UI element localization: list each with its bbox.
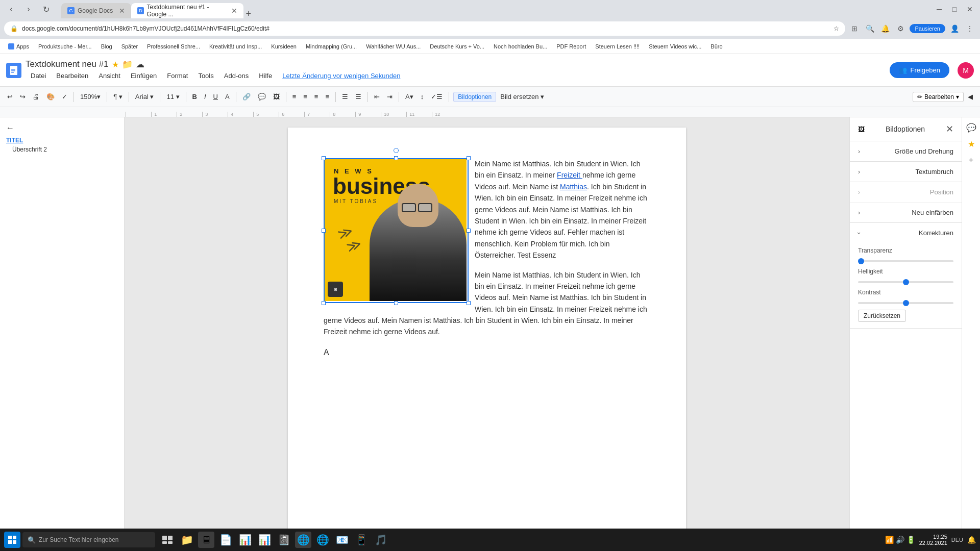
forward-button[interactable]: ›	[21, 2, 36, 16]
redo-button[interactable]: ↪	[17, 90, 29, 104]
bookmark-wahlfaecher[interactable]: Wahlfächer WU Aus...	[362, 42, 425, 51]
numbered-list-button[interactable]: ☰	[339, 90, 351, 104]
bookmark-pdf[interactable]: PDF Report	[552, 42, 590, 51]
line-spacing-button[interactable]: ↕	[418, 90, 427, 104]
taskbar-app-word[interactable]: 📄	[217, 532, 234, 548]
bookmark-deutsche[interactable]: Deutsche Kurs + Vo...	[426, 42, 488, 51]
maximize-button[interactable]: □	[948, 3, 961, 15]
sidebar-title-item[interactable]: TITEL	[6, 137, 118, 144]
document-image[interactable]: N E W S business MIT TOBIAS ≫ ≫	[324, 158, 469, 303]
resize-handle-tl[interactable]	[322, 156, 326, 160]
link-button[interactable]: 🔗	[239, 90, 254, 104]
taskbar-app-onenote[interactable]: 📓	[276, 532, 292, 548]
resize-handle-bl[interactable]	[322, 301, 326, 305]
new-tab-button[interactable]: +	[246, 9, 251, 18]
zoom-selector[interactable]: 150% ▾	[77, 90, 104, 104]
last-edit-text[interactable]: Letzte Änderung vor wenigen Sekunden	[277, 70, 405, 82]
bold-button[interactable]: B	[189, 90, 200, 104]
taskbar-app-phone[interactable]: 📱	[353, 532, 370, 548]
resize-handle-tc[interactable]	[394, 156, 398, 160]
font-size-selector[interactable]: 11 ▾	[163, 90, 182, 104]
language-indicator[interactable]: DEU	[951, 537, 963, 543]
sidebar-subtitle-item[interactable]: Überschrift 2	[6, 146, 118, 153]
spell-check-button[interactable]: ✓	[59, 90, 70, 104]
highlight-color-button[interactable]: A▾	[402, 90, 416, 104]
document-area[interactable]: N E W S business MIT TOBIAS ≫ ≫	[125, 117, 849, 551]
color-button[interactable]: A	[222, 90, 233, 104]
edit-mode-button[interactable]: ✏ Bearbeiten ▾	[913, 92, 964, 102]
bulleted-list-button[interactable]: ☰	[352, 90, 364, 104]
menu-datei[interactable]: Datei	[26, 70, 51, 82]
user-avatar[interactable]: M	[958, 62, 974, 79]
star-button[interactable]: ★	[112, 60, 119, 69]
align-center-button[interactable]: ≡	[300, 90, 310, 104]
battery-icon[interactable]: 🔋	[906, 536, 915, 544]
tab-textdokument[interactable]: D Textdokument neu #1 - Google ... ✕	[131, 3, 243, 18]
collapse-panel-button[interactable]: ◀	[965, 90, 976, 104]
underline-button[interactable]: U	[210, 90, 221, 104]
comment-button[interactable]: 💬	[255, 90, 269, 104]
ext-icon-4[interactable]: ⚙	[894, 22, 906, 35]
tab-google-docs[interactable]: G Google Docs ✕	[61, 3, 131, 18]
resize-handle-br[interactable]	[467, 301, 471, 305]
doc-title-text[interactable]: Textdokument neu #1	[26, 59, 109, 69]
font-selector[interactable]: Arial ▾	[132, 90, 157, 104]
align-right-button[interactable]: ≡	[311, 90, 322, 104]
network-icon[interactable]: 📶	[885, 536, 894, 544]
taskbar-clock[interactable]: 19:25 22.02.2021	[919, 534, 947, 546]
indent-decrease-button[interactable]: ⇤	[371, 90, 383, 104]
bookmark-apps[interactable]: Apps	[4, 42, 33, 51]
transparenz-slider[interactable]	[858, 260, 953, 262]
section-korrekturen-header[interactable]: › Korrekturen	[850, 223, 962, 243]
menu-addons[interactable]: Add-ons	[219, 70, 254, 82]
replace-image-button[interactable]: Bild ersetzen ▾	[497, 90, 547, 104]
taskbar-app-explorer[interactable]: 📁	[179, 532, 195, 548]
bookmark-produktsuche[interactable]: Produktsuche - Mer...	[34, 42, 96, 51]
align-justify-button[interactable]: ≡	[322, 90, 332, 104]
taskbar-app-edge[interactable]: 🌐	[314, 532, 331, 548]
bookmark-steuern-lesen[interactable]: Steuern Lesen !!!!	[591, 42, 644, 51]
bookmark-noch[interactable]: Noch hochladen Bu...	[489, 42, 551, 51]
sidebar-back-button[interactable]: ←	[6, 123, 118, 133]
menu-hilfe[interactable]: Hilfe	[254, 70, 277, 82]
helligkeit-slider[interactable]	[858, 281, 953, 283]
close-window-button[interactable]: ✕	[964, 3, 976, 15]
bookmark-kreativitaet[interactable]: Kreativität und Insp...	[205, 42, 266, 51]
paint-format-button[interactable]: 🎨	[43, 90, 58, 104]
bookmark-blog[interactable]: Blog	[97, 42, 116, 51]
taskbar-app-powerpoint[interactable]: 📊	[256, 532, 273, 548]
ext-icon-1[interactable]: ⊞	[848, 22, 861, 35]
menu-format[interactable]: Format	[162, 70, 193, 82]
back-button[interactable]: ‹	[4, 2, 18, 16]
tab-close-2[interactable]: ✕	[231, 7, 237, 15]
expand-side-icon[interactable]: +	[965, 154, 977, 166]
section-textumbruch-header[interactable]: › Textumbruch	[850, 162, 962, 182]
start-button[interactable]	[4, 532, 20, 548]
address-bar[interactable]: 🔒 docs.google.com/document/d/1hUH8k6h7Lb…	[4, 21, 845, 36]
menu-icon[interactable]: ⋮	[964, 22, 976, 35]
refresh-button[interactable]: ↻	[39, 2, 53, 16]
pause-button[interactable]: Pausieren	[910, 24, 945, 33]
bookmark-kursideen[interactable]: Kursideen	[267, 42, 301, 51]
link-matthias[interactable]: Matthias	[560, 183, 587, 191]
reset-button[interactable]: Zurücksetzen	[858, 310, 906, 322]
taskbar-app-chrome[interactable]: 🌐	[295, 532, 311, 548]
bookmark-steuern-videos[interactable]: Steuern Videos wic...	[645, 42, 705, 51]
image-options-button[interactable]: Bildoptionen	[453, 92, 496, 102]
taskbar-app-terminal[interactable]: 🖥	[198, 532, 214, 548]
resize-handle-bc[interactable]	[394, 301, 398, 305]
align-left-button[interactable]: ≡	[289, 90, 300, 104]
star-side-icon[interactable]: ★	[965, 138, 977, 150]
ext-icon-2[interactable]: 🔍	[864, 22, 876, 35]
folder-icon[interactable]: 📁	[122, 59, 133, 70]
print-button[interactable]: 🖨	[30, 90, 42, 104]
checklist-button[interactable]: ✓☰	[428, 90, 446, 104]
minimize-button[interactable]: ─	[933, 3, 945, 15]
menu-bearbeiten[interactable]: Bearbeiten	[51, 70, 93, 82]
link-freizeit[interactable]: Freizeit	[557, 171, 582, 179]
bookmark-buero[interactable]: Büro	[706, 42, 726, 51]
image-button[interactable]: 🖼	[270, 90, 283, 104]
kontrast-slider[interactable]	[858, 302, 953, 304]
taskbar-app-excel[interactable]: 📊	[237, 532, 253, 548]
bild-panel-close-button[interactable]: ✕	[946, 123, 953, 135]
